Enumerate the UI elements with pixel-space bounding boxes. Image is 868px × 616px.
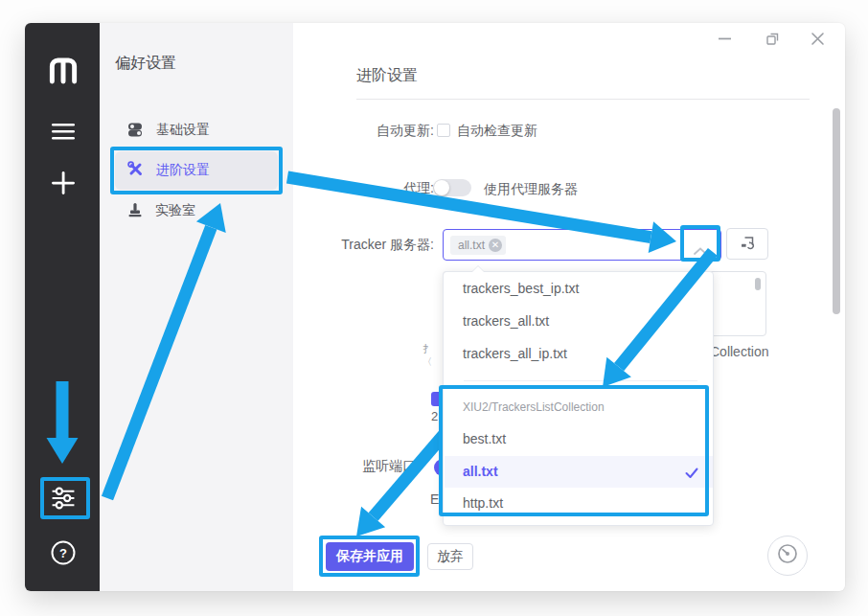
dropdown-item[interactable]: best.txt <box>463 431 506 446</box>
save-apply-button[interactable]: 保存并应用 <box>326 542 414 571</box>
tracker-tag: all.txt ✕ <box>450 236 506 255</box>
title-divider <box>356 99 810 100</box>
tracker-select-input[interactable]: all.txt ✕ <box>443 229 721 261</box>
tag-close-icon[interactable]: ✕ <box>489 239 502 252</box>
proxy-switch[interactable] <box>433 179 471 196</box>
menu-item-label: 实验室 <box>155 202 195 219</box>
auto-update-label: 自动更新: <box>281 123 434 140</box>
dropdown-item[interactable]: trackers_all.txt <box>463 313 549 329</box>
preferences-title: 偏好设置 <box>115 54 176 74</box>
sync-trackers-button[interactable] <box>726 228 768 260</box>
preferences-panel: 偏好设置 基础设置 <box>100 23 293 591</box>
dropdown-divider <box>464 380 697 381</box>
lab-icon <box>127 202 143 220</box>
switch-knob <box>434 180 449 195</box>
help-icon[interactable]: ? <box>51 540 77 566</box>
menu-item-label: 进阶设置 <box>156 162 210 179</box>
tools-icon <box>127 161 144 180</box>
dropdown-item-selected[interactable]: all.txt <box>463 464 498 479</box>
restore-button[interactable] <box>763 29 782 48</box>
svg-text:?: ? <box>59 546 67 560</box>
tracker-server-label: Tracker 服务器: <box>281 237 434 254</box>
occluded-collection-text: Collection <box>710 344 768 359</box>
occluded-hint-fragment: 扌 <box>423 342 433 356</box>
toggles-icon <box>127 122 144 140</box>
window-scrollbar-thumb[interactable] <box>833 108 840 314</box>
menu-item-advanced-settings[interactable]: 进阶设置 <box>115 151 278 190</box>
tracker-tag-label: all.txt <box>458 239 485 252</box>
speed-gauge-button[interactable] <box>767 536 808 576</box>
occluded-checkbox-fragment <box>431 392 439 406</box>
occluded-hint-fragment: 〈 <box>423 355 432 369</box>
preferences-sliders-icon[interactable] <box>51 486 77 512</box>
auto-update-checkbox-label[interactable]: 自动检查更新 <box>457 123 537 140</box>
app-window: ? 偏好设置 基础设置 <box>25 23 845 591</box>
close-button[interactable] <box>808 29 827 48</box>
tracker-dropdown: trackers_best_ip.txt trackers_all.txt tr… <box>443 271 714 526</box>
occluded-letter-fragment: E <box>430 491 439 507</box>
chevron-up-icon[interactable] <box>694 241 707 259</box>
menu-item-basic-settings[interactable]: 基础设置 <box>115 111 278 149</box>
auto-update-checkbox[interactable] <box>437 124 450 137</box>
gauge-icon <box>775 541 800 570</box>
task-list-icon[interactable] <box>51 122 76 141</box>
motrix-logo-icon <box>46 54 80 84</box>
minimize-button[interactable] <box>715 29 734 48</box>
occluded-digit-fragment: 2 <box>431 409 438 423</box>
app-sidebar: ? <box>25 23 100 591</box>
dropdown-item[interactable]: trackers_best_ip.txt <box>463 281 579 296</box>
menu-item-lab[interactable]: 实验室 <box>115 192 278 230</box>
menu-item-label: 基础设置 <box>156 122 210 139</box>
screenshot-stage: ? 偏好设置 基础设置 <box>0 0 868 616</box>
listen-port-label: 监听端口 <box>362 458 416 475</box>
dropdown-item[interactable]: trackers_all_ip.txt <box>463 346 567 361</box>
add-task-icon[interactable] <box>51 171 76 195</box>
discard-button[interactable]: 放弃 <box>427 543 473 570</box>
sync-icon <box>740 235 755 254</box>
page-title: 进阶设置 <box>356 66 418 86</box>
proxy-switch-label: 使用代理服务器 <box>484 181 578 198</box>
check-icon <box>685 466 698 483</box>
dropdown-group-label: XIU2/TrackersListCollection <box>463 400 605 414</box>
dropdown-item[interactable]: http.txt <box>463 495 503 511</box>
proxy-label: 代理: <box>281 180 434 197</box>
dropdown-notch <box>472 266 484 272</box>
textarea-scrollbar-thumb[interactable] <box>755 278 761 290</box>
